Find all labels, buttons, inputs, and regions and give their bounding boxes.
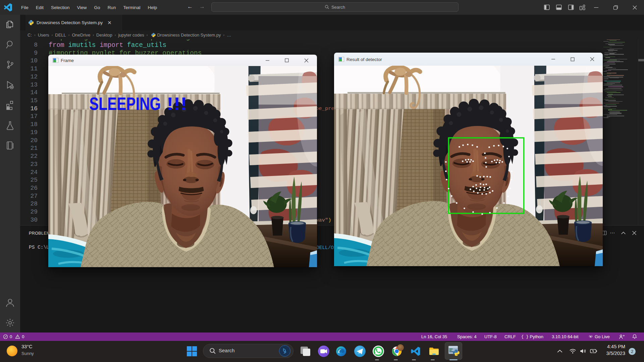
svg-text:!!!: !!! [166, 94, 187, 114]
svg-text:SLEEPING: SLEEPING [89, 94, 161, 114]
